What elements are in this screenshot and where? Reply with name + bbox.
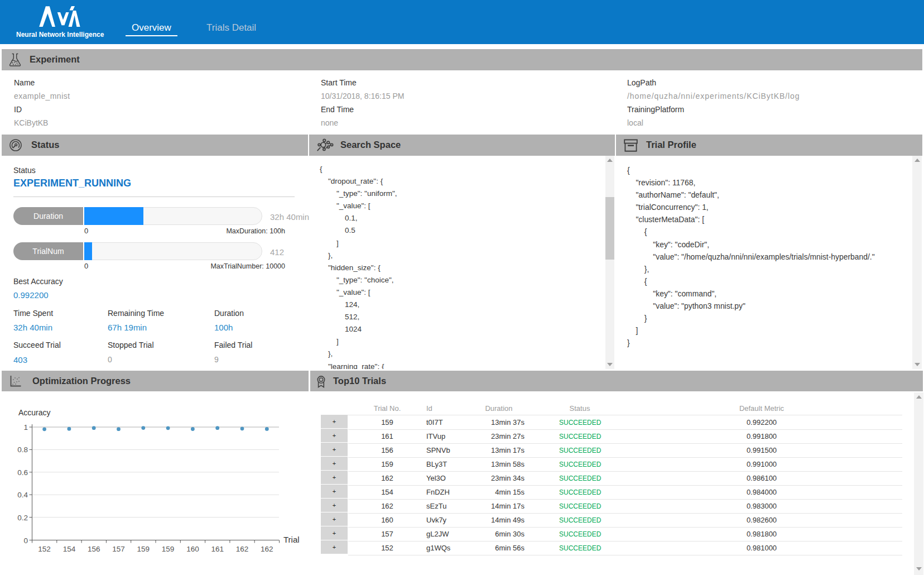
svg-text:154: 154 — [63, 545, 76, 553]
svg-text:160: 160 — [186, 545, 199, 553]
svg-text:159: 159 — [162, 545, 175, 553]
svg-text:0: 0 — [23, 536, 28, 545]
svg-text:0.6: 0.6 — [17, 468, 28, 477]
svg-text:157: 157 — [112, 545, 125, 553]
svg-text:156: 156 — [88, 545, 100, 553]
svg-text:0.2: 0.2 — [17, 514, 28, 522]
svg-text:Accuracy: Accuracy — [18, 408, 51, 417]
svg-text:1: 1 — [23, 423, 28, 432]
svg-text:0.4: 0.4 — [17, 491, 28, 499]
svg-text:Trial: Trial — [283, 535, 300, 544]
svg-text:162: 162 — [236, 545, 249, 553]
svg-text:152: 152 — [38, 545, 51, 553]
svg-text:0.8: 0.8 — [17, 445, 28, 454]
svg-text:159: 159 — [137, 545, 150, 553]
svg-text:162: 162 — [261, 545, 273, 553]
svg-text:161: 161 — [211, 545, 224, 553]
